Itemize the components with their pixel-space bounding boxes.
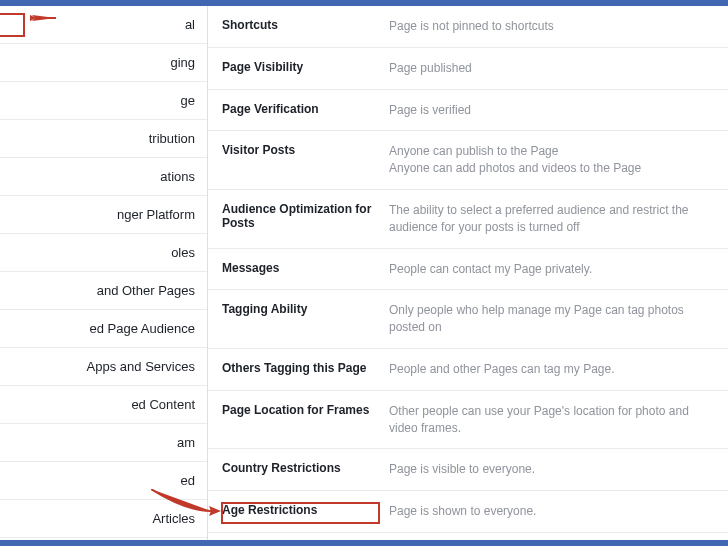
setting-row-messages[interactable]: Messages People can contact my Page priv… [208, 249, 728, 291]
setting-label: Page Verification [222, 102, 389, 119]
setting-value: Page is not pinned to shortcuts [389, 18, 714, 35]
sidebar-item-label: ging [170, 55, 195, 70]
setting-label: Country Restrictions [222, 461, 389, 478]
setting-value: Page is verified [389, 102, 714, 119]
setting-label: Shortcuts [222, 18, 389, 35]
setting-value: The ability to select a preferred audien… [389, 202, 714, 236]
setting-row-audience-optimization[interactable]: Audience Optimization for Posts The abil… [208, 190, 728, 249]
settings-main: Shortcuts Page is not pinned to shortcut… [208, 6, 728, 540]
setting-label: Page Visibility [222, 60, 389, 77]
bottom-bar [0, 540, 728, 546]
sidebar-item-label: ed Content [131, 397, 195, 412]
sidebar-item-notifications[interactable]: ations [0, 158, 207, 196]
setting-value: Other people can use your Page's locatio… [389, 403, 714, 437]
setting-label: Messages [222, 261, 389, 278]
setting-label: Tagging Ability [222, 302, 389, 336]
sidebar-item-instagram[interactable]: am [0, 424, 207, 462]
sidebar-item-preferred-page-audience[interactable]: ed Page Audience [0, 310, 207, 348]
sidebar-item-page-roles[interactable]: oles [0, 234, 207, 272]
sidebar-item-instant-articles[interactable]: Articles [0, 500, 207, 538]
sidebar-item-messenger-platform[interactable]: nger Platform [0, 196, 207, 234]
sidebar-item-label: tribution [149, 131, 195, 146]
setting-value: Only people who help manage my Page can … [389, 302, 714, 336]
sidebar-item-branded-content[interactable]: ed Content [0, 386, 207, 424]
setting-label: Others Tagging this Page [222, 361, 389, 378]
sidebar-item-label: ed Page Audience [89, 321, 195, 336]
setting-row-country-restrictions[interactable]: Country Restrictions Page is visible to … [208, 449, 728, 491]
setting-row-visitor-posts[interactable]: Visitor Posts Anyone can publish to the … [208, 131, 728, 190]
setting-value: Anyone can publish to the Page Anyone ca… [389, 143, 714, 177]
sidebar-item-edit-page[interactable]: ge [0, 82, 207, 120]
setting-row-page-visibility[interactable]: Page Visibility Page published [208, 48, 728, 90]
sidebar-item-partner-apps-services[interactable]: Apps and Services [0, 348, 207, 386]
sidebar-item-messaging[interactable]: ging [0, 44, 207, 82]
sidebar-item-label: and Other Pages [97, 283, 195, 298]
sidebar-item-label: ge [181, 93, 195, 108]
settings-container: al ging ge tribution ations nger Platfor… [0, 6, 728, 540]
setting-value: People and other Pages can tag my Page. [389, 361, 714, 378]
sidebar-item-label: al [185, 17, 195, 32]
setting-row-page-location-frames[interactable]: Page Location for Frames Other people ca… [208, 391, 728, 450]
setting-row-page-verification[interactable]: Page Verification Page is verified [208, 90, 728, 132]
setting-row-page-moderation[interactable]: Page Moderation No words are being block… [208, 533, 728, 540]
setting-value: Page is shown to everyone. [389, 503, 714, 520]
sidebar-item-general[interactable]: al [0, 6, 207, 44]
setting-label: Page Location for Frames [222, 403, 389, 437]
setting-value: Page published [389, 60, 714, 77]
annotation-highlight-general [0, 13, 25, 37]
setting-row-shortcuts[interactable]: Shortcuts Page is not pinned to shortcut… [208, 6, 728, 48]
setting-value: People can contact my Page privately. [389, 261, 714, 278]
sidebar-item-label: nger Platform [117, 207, 195, 222]
sidebar-item-label: ed [181, 473, 195, 488]
sidebar-item-label: am [177, 435, 195, 450]
sidebar-item-label: ations [160, 169, 195, 184]
sidebar-item-label: oles [171, 245, 195, 260]
setting-row-others-tagging[interactable]: Others Tagging this Page People and othe… [208, 349, 728, 391]
sidebar-item-post-attribution[interactable]: tribution [0, 120, 207, 158]
setting-value: Page is visible to everyone. [389, 461, 714, 478]
sidebar-item-people-other-pages[interactable]: and Other Pages [0, 272, 207, 310]
sidebar-item-featured[interactable]: ed [0, 462, 207, 500]
setting-label: Audience Optimization for Posts [222, 202, 389, 236]
sidebar-item-label: Apps and Services [87, 359, 195, 374]
sidebar-item-label: Articles [152, 511, 195, 526]
annotation-highlight-similar [221, 502, 380, 524]
setting-label: Visitor Posts [222, 143, 389, 177]
settings-sidebar: al ging ge tribution ations nger Platfor… [0, 6, 208, 540]
setting-row-tagging-ability[interactable]: Tagging Ability Only people who help man… [208, 290, 728, 349]
